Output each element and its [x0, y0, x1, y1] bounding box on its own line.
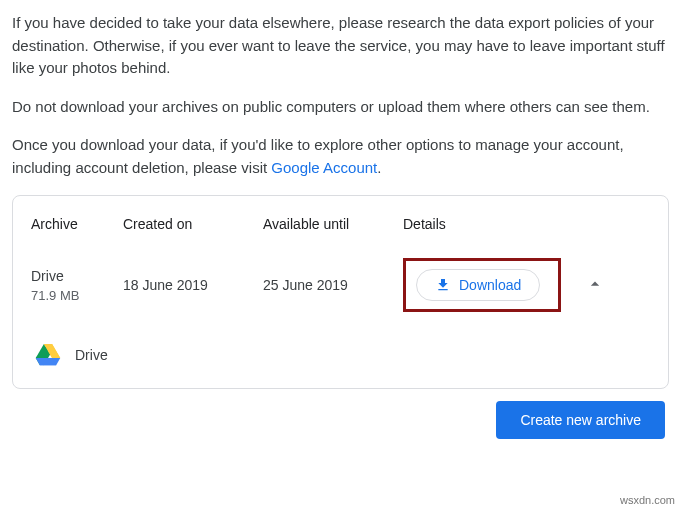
th-archive: Archive [31, 216, 123, 232]
archive-contents-row: Drive [31, 344, 650, 366]
download-highlight-box: Download [403, 258, 561, 312]
archive-size: 71.9 MB [31, 288, 123, 303]
archive-available-until: 25 June 2019 [263, 277, 403, 293]
create-new-archive-button[interactable]: Create new archive [496, 401, 665, 439]
drive-icon [35, 344, 61, 366]
download-icon [435, 277, 451, 293]
intro-paragraph-3: Once you download your data, if you'd li… [12, 134, 669, 179]
chevron-up-icon [585, 274, 605, 294]
download-button-label: Download [459, 277, 521, 293]
footer-actions: Create new archive [12, 401, 669, 439]
intro-paragraph-1: If you have decided to take your data el… [12, 12, 669, 80]
intro-p3-post: . [377, 159, 381, 176]
archive-service-name: Drive [75, 347, 108, 363]
archive-created-on: 18 June 2019 [123, 277, 263, 293]
table-row: Drive 71.9 MB 18 June 2019 25 June 2019 … [31, 248, 650, 322]
archive-name: Drive [31, 268, 123, 284]
download-button[interactable]: Download [416, 269, 540, 301]
th-details: Details [403, 216, 503, 232]
th-available: Available until [263, 216, 403, 232]
intro-paragraph-2: Do not download your archives on public … [12, 96, 669, 119]
th-created: Created on [123, 216, 263, 232]
table-header-row: Archive Created on Available until Detai… [31, 208, 650, 248]
archives-card: Archive Created on Available until Detai… [12, 195, 669, 389]
google-account-link[interactable]: Google Account [271, 159, 377, 176]
collapse-button[interactable] [579, 268, 611, 303]
